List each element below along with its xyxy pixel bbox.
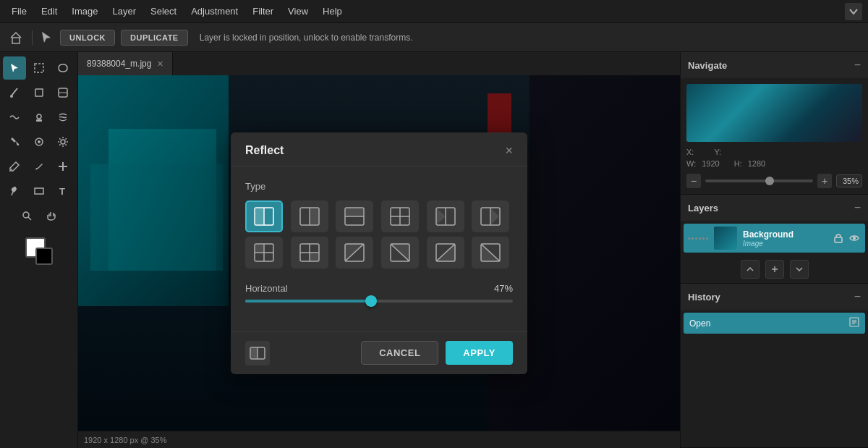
menu-file[interactable]: File — [6, 3, 33, 20]
history-item-open[interactable]: Open — [684, 313, 865, 334]
svg-rect-21 — [310, 208, 318, 224]
move-layer-up-button[interactable] — [741, 260, 760, 279]
menu-help[interactable]: Help — [317, 3, 348, 20]
move-layer-down-button[interactable] — [790, 260, 809, 279]
tool-warp[interactable] — [51, 106, 75, 129]
type-btn-4[interactable] — [381, 200, 419, 232]
footer-left — [245, 341, 270, 365]
footer-right: CANCEL APPLY — [361, 341, 513, 365]
menu-adjustment[interactable]: Adjustment — [185, 3, 244, 20]
tool-pen[interactable] — [27, 155, 51, 178]
tool-rectangle[interactable] — [27, 179, 51, 203]
layers-toolbar — [681, 255, 868, 283]
svg-point-57 — [853, 237, 856, 240]
zoom-plus-button[interactable]: + — [817, 174, 832, 188]
y-label: Y: — [714, 148, 721, 156]
tool-eraser[interactable] — [51, 81, 75, 104]
tool-wave[interactable] — [3, 106, 26, 129]
menu-expand-icon[interactable] — [845, 3, 862, 20]
type-grid — [245, 200, 513, 269]
duplicate-button[interactable]: DUPLICATE — [121, 30, 188, 46]
type-btn-1[interactable] — [245, 200, 283, 232]
dialog-close-button[interactable]: × — [505, 144, 513, 157]
menu-filter[interactable]: Filter — [247, 3, 279, 20]
dialog-footer: CANCEL APPLY — [231, 331, 527, 374]
layers-collapse-button[interactable]: − — [854, 201, 861, 214]
svg-point-10 — [61, 140, 65, 144]
svg-point-9 — [38, 140, 41, 143]
canvas-background[interactable]: Reflect × Type — [78, 75, 680, 431]
zoom-value-display: 35% — [836, 174, 862, 187]
horizontal-slider[interactable] — [245, 300, 513, 303]
svg-rect-55 — [251, 348, 257, 358]
tools-sidebar: T — [0, 52, 78, 448]
type-btn-12[interactable] — [472, 237, 509, 269]
tool-paint-bucket[interactable] — [3, 179, 26, 203]
type-btn-11[interactable] — [427, 237, 464, 269]
tool-marquee[interactable] — [27, 56, 51, 80]
type-btn-2[interactable] — [291, 200, 328, 232]
svg-rect-56 — [835, 237, 842, 242]
w-label: W: — [686, 159, 696, 168]
tool-zoom[interactable] — [15, 204, 38, 227]
tool-select[interactable] — [3, 56, 26, 80]
background-color[interactable] — [35, 248, 53, 265]
h-label: H: — [734, 159, 742, 168]
type-label: Type — [245, 181, 513, 192]
color-swatches[interactable] — [25, 237, 53, 265]
tool-hand[interactable] — [40, 204, 63, 227]
dialog-body: Type — [231, 166, 527, 331]
lock-icon[interactable] — [832, 232, 845, 245]
type-btn-10[interactable] — [381, 237, 419, 269]
toolbar-status-text: Layer is locked in position, unlock to e… — [200, 33, 413, 43]
tab-close-button[interactable]: × — [157, 58, 163, 69]
dialog-title: Reflect — [245, 144, 284, 157]
type-btn-3[interactable] — [336, 200, 373, 232]
tool-crop[interactable] — [27, 81, 51, 104]
zoom-thumb[interactable] — [765, 177, 774, 185]
history-section: History − Open — [681, 284, 868, 448]
tab-image[interactable]: 89388004_m.jpg × — [78, 52, 173, 75]
tool-color-picker[interactable] — [3, 155, 26, 178]
tab-bar: 89388004_m.jpg × — [78, 52, 680, 75]
add-layer-button[interactable] — [765, 260, 784, 279]
zoom-slider[interactable] — [705, 179, 813, 182]
x-label: X: — [686, 148, 694, 156]
reflect-preview-icon[interactable] — [245, 341, 270, 365]
slider-thumb[interactable] — [365, 295, 377, 307]
menu-edit[interactable]: Edit — [35, 3, 63, 20]
unlock-button[interactable]: UNLOCK — [60, 30, 115, 46]
svg-point-6 — [37, 114, 41, 119]
tool-radial[interactable] — [27, 130, 51, 153]
zoom-row: − + 35% — [686, 174, 862, 188]
history-collapse-button[interactable]: − — [854, 290, 861, 303]
tool-healing[interactable] — [51, 155, 75, 178]
type-btn-6[interactable] — [472, 200, 509, 232]
type-btn-9[interactable] — [336, 237, 373, 269]
type-btn-8[interactable] — [291, 237, 328, 269]
slider-section: Horizontal 47% — [245, 283, 513, 303]
canvas-area: 89388004_m.jpg × — [78, 52, 680, 448]
navigate-collapse-button[interactable]: − — [854, 59, 861, 72]
zoom-minus-button[interactable]: − — [686, 174, 701, 188]
layer-item-background[interactable]: Background Image — [684, 224, 865, 253]
home-icon[interactable] — [6, 28, 26, 48]
cancel-button[interactable]: CANCEL — [361, 341, 438, 365]
layer-drag-handle[interactable] — [688, 237, 708, 240]
tool-fill[interactable] — [3, 130, 26, 153]
visibility-icon[interactable] — [848, 232, 861, 245]
menu-view[interactable]: View — [282, 3, 314, 20]
menu-image[interactable]: Image — [66, 3, 103, 20]
tool-settings[interactable] — [51, 130, 75, 153]
tool-brush[interactable] — [3, 81, 26, 104]
type-btn-7[interactable] — [245, 237, 283, 269]
type-btn-5[interactable] — [427, 200, 464, 232]
menu-layer[interactable]: Layer — [107, 3, 142, 20]
tool-lasso[interactable] — [51, 56, 75, 80]
layer-name: Background — [743, 229, 826, 240]
main-area: T 89388004_m.jpg × — [0, 52, 868, 448]
menu-select[interactable]: Select — [145, 3, 182, 20]
tool-text[interactable]: T — [51, 179, 75, 203]
tool-stamp[interactable] — [27, 106, 51, 129]
apply-button[interactable]: APPLY — [446, 341, 513, 365]
